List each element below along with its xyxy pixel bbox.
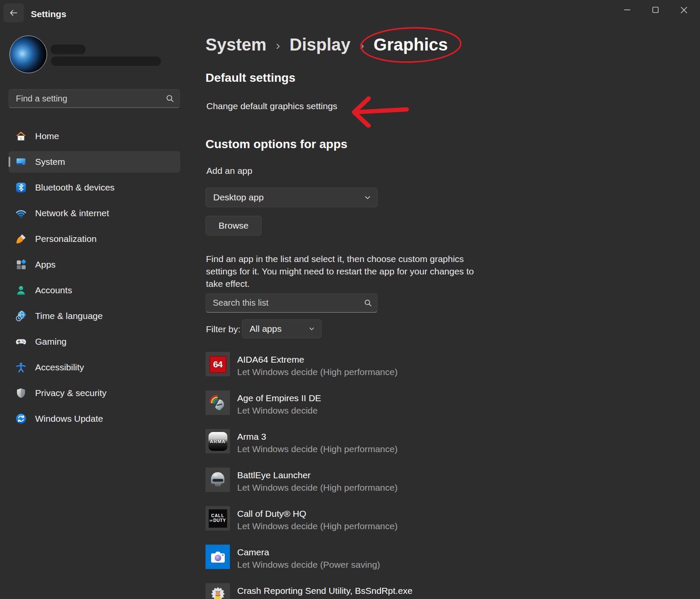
breadcrumb-graphics: Graphics <box>374 33 448 57</box>
sidebar-item-accounts[interactable]: Accounts <box>9 280 180 301</box>
custom-options-heading: Custom options for apps <box>206 137 347 151</box>
app-row-camera[interactable]: Camera Let Windows decide (Power saving) <box>206 545 480 579</box>
home-icon <box>15 131 27 142</box>
aida64-app-icon: 64 <box>206 352 230 376</box>
find-a-setting-search[interactable] <box>9 89 180 108</box>
page-title: Graphics <box>374 35 448 54</box>
browse-button-label: Browse <box>218 221 248 231</box>
windows-update-icon <box>15 413 27 424</box>
privacy-security-icon <box>15 387 27 399</box>
apps-icon <box>15 259 27 270</box>
app-gpu-preference: Let Windows decide <box>237 405 321 416</box>
cod-logo-text-top: CALL <box>211 513 224 518</box>
maximize-icon <box>652 6 659 13</box>
change-default-graphics-settings-link[interactable]: Change default graphics settings <box>206 101 337 111</box>
sidebar-item-label: Home <box>35 131 59 141</box>
sidebar-item-gaming[interactable]: Gaming <box>9 331 180 352</box>
app-name: Age of Empires II DE <box>237 392 321 404</box>
sidebar-item-label: Apps <box>35 259 56 270</box>
default-settings-heading: Default settings <box>206 71 295 85</box>
window-title: Settings <box>31 9 66 19</box>
app-name: Crash Reporting Send Utility, BsSndRpt.e… <box>237 585 412 596</box>
back-button[interactable] <box>3 3 24 22</box>
sidebar-item-bluetooth-devices[interactable]: Bluetooth & devices <box>9 177 180 198</box>
accessibility-icon <box>15 362 27 373</box>
redacted-user-name <box>51 45 86 54</box>
sidebar-item-personalization[interactable]: Personalization <box>9 228 180 250</box>
redacted-user-email <box>51 57 161 66</box>
close-button[interactable] <box>674 1 694 19</box>
gaming-icon <box>15 336 27 347</box>
sidebar-item-label: Accounts <box>35 285 72 295</box>
minimize-button[interactable] <box>617 1 637 19</box>
crash-reporting-app-icon <box>206 583 230 599</box>
network-icon <box>15 208 27 219</box>
sidebar-item-time-language[interactable]: Time & language <box>9 305 180 327</box>
app-name: Arma 3 <box>237 431 398 442</box>
maximize-button[interactable] <box>646 1 665 19</box>
system-icon <box>15 156 27 167</box>
sidebar-item-apps[interactable]: Apps <box>9 254 180 275</box>
app-row-aida64[interactable]: 64 AIDA64 Extreme Let Windows decide (Hi… <box>206 352 480 386</box>
cod-logo-text-bottom: DUTY <box>213 518 226 523</box>
bluetooth-icon <box>15 182 27 193</box>
filter-dropdown-value: All apps <box>250 324 282 334</box>
cod-app-icon: CALL OF DUTY <box>206 506 230 530</box>
battleye-app-icon <box>206 468 230 492</box>
app-row-battleye[interactable]: BattlEye Launcher Let Windows decide (Hi… <box>206 468 480 502</box>
selection-indicator <box>9 157 10 167</box>
sidebar-item-accessibility[interactable]: Accessibility <box>9 357 180 378</box>
aida64-logo-text: 64 <box>213 359 222 370</box>
earth-avatar <box>9 36 47 73</box>
red-arrow-annotation <box>339 95 412 128</box>
app-name: Call of Duty® HQ <box>237 508 398 519</box>
sidebar-item-privacy-security[interactable]: Privacy & security <box>9 382 180 404</box>
filter-dropdown[interactable]: All apps <box>242 319 322 338</box>
sidebar-item-label: Privacy & security <box>35 388 107 398</box>
app-gpu-preference: Let Windows decide (High performance) <box>237 482 398 493</box>
sidebar-item-network-internet[interactable]: Network & internet <box>9 203 180 224</box>
personalization-icon <box>15 233 27 244</box>
breadcrumb-system[interactable]: System <box>206 33 266 57</box>
breadcrumb: System › Display › Graphics <box>206 32 448 57</box>
custom-options-description: Find an app in the list and select it, t… <box>206 253 475 290</box>
app-row-age-of-empires[interactable]: Age of Empires II DE Let Windows decide <box>206 390 480 425</box>
cod-logo-text-of: OF <box>209 518 213 523</box>
app-gpu-preference: Let Windows decide (High performance) <box>237 520 398 532</box>
search-this-list-box[interactable] <box>206 293 378 313</box>
age-of-empires-app-icon <box>206 390 230 415</box>
accounts-icon <box>15 285 27 296</box>
app-row-crash-reporting[interactable]: Crash Reporting Send Utility, BsSndRpt.e… <box>206 583 480 599</box>
app-row-arma3[interactable]: ARMA Arma 3 Let Windows decide (High per… <box>206 429 480 463</box>
app-name: AIDA64 Extreme <box>237 354 398 365</box>
sidebar-item-label: Personalization <box>35 234 97 244</box>
app-type-dropdown[interactable]: Desktop app <box>206 188 378 207</box>
breadcrumb-display[interactable]: Display <box>289 33 350 57</box>
chevron-right-icon: › <box>276 32 280 57</box>
app-gpu-preference: Let Windows decide (High performance) <box>237 366 398 378</box>
camera-app-icon <box>206 545 230 569</box>
search-icon[interactable] <box>166 94 174 103</box>
back-arrow-icon <box>9 8 18 18</box>
add-an-app-label: Add an app <box>206 166 252 176</box>
app-row-call-of-duty[interactable]: CALL OF DUTY Call of Duty® HQ Let Window… <box>206 506 480 540</box>
time-language-icon <box>15 310 27 322</box>
window-controls <box>617 1 694 19</box>
chevron-down-icon <box>309 327 314 331</box>
chevron-down-icon <box>365 196 370 200</box>
browse-button[interactable]: Browse <box>206 216 262 235</box>
sidebar-item-windows-update[interactable]: Windows Update <box>9 408 180 429</box>
minimize-icon <box>624 6 631 13</box>
sidebar-item-home[interactable]: Home <box>9 125 180 147</box>
sidebar-item-system[interactable]: System <box>9 151 180 173</box>
search-icon[interactable] <box>364 299 372 307</box>
list-search-input[interactable] <box>212 298 364 308</box>
settings-window: { "titlebar": { "title": "Settings", "ba… <box>0 0 700 599</box>
app-name: Camera <box>237 546 380 558</box>
chevron-right-icon: › <box>360 32 364 57</box>
search-input[interactable] <box>15 93 166 104</box>
app-name: BattlEye Launcher <box>237 469 398 481</box>
settings-navigation: Home System Bluetooth & devices <box>9 125 180 434</box>
arma3-logo-text: ARMA <box>210 439 226 444</box>
sidebar-item-label: Network & internet <box>35 208 109 218</box>
